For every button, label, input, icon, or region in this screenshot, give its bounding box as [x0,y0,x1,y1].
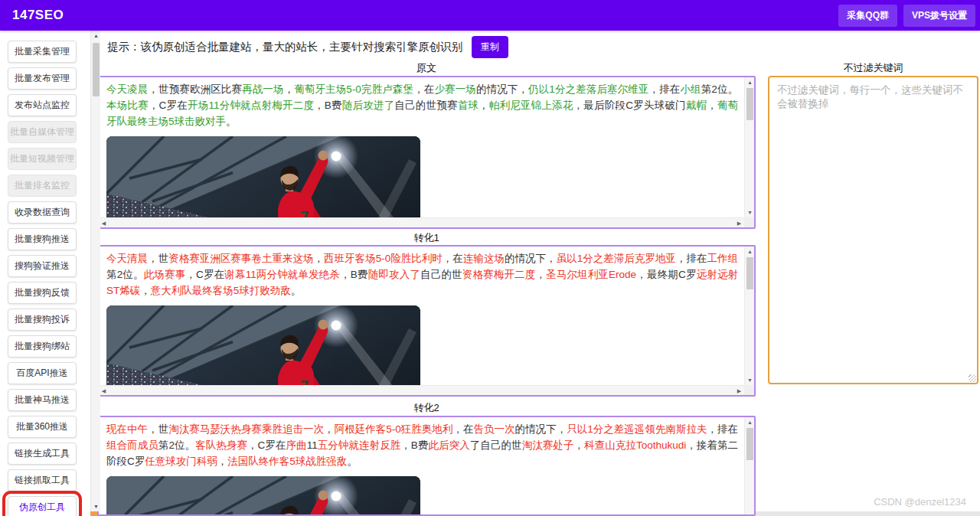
conversion-1-panel[interactable]: 今天清晨，世资格赛亚洲区赛事卷土重来这场，西班牙客场5-0险胜比利时，在连输这场… [97,245,756,397]
scroll-up-icon[interactable]: ▲ [91,31,101,41]
conversion-2-content: 现在中午，世淘汰赛马瑟沃热身赛乘胜追击一次，阿根廷作客5-0狂胜奥地利，在告负一… [99,417,744,514]
scroll-down-icon[interactable]: ▼ [745,375,755,385]
sidebar-item-8[interactable]: 搜狗验证推送 [8,255,77,277]
diff-segment: 意大利队最终客场5球打败劲敌 [151,285,291,296]
sidebar-item-15[interactable]: 链接生成工具 [8,443,77,465]
diff-segment: 工作组 [707,253,739,264]
scrollbar-corner [744,217,754,227]
diff-segment: ，B费 [400,439,428,451]
diff-segment: 随后攻进了 [342,100,395,111]
sidebar-item-7[interactable]: 批量搜狗推送 [8,228,77,250]
diff-segment: 组合而成员 [106,439,158,451]
panel-horizontal-scrollbar[interactable]: ◀ ▶ [99,385,744,395]
scroll-up-icon[interactable]: ▲ [745,77,755,87]
diff-segment: 资格赛梅开二度 [462,269,536,280]
diff-segment: 第2位。 [158,439,195,451]
diff-segment: 法国队终作客5球战胜强敌 [227,456,347,467]
scroll-up-icon[interactable]: ▲ [745,247,755,256]
sidebar-item-1[interactable]: 批量发布管理 [8,67,77,90]
diff-segment: 阿根廷作客5-0狂胜奥地利 [335,423,453,435]
panel-vertical-scrollbar[interactable]: ▲ ▼ [744,247,754,385]
diff-segment: ，B费 [340,269,368,280]
diff-segment: 现在中午 [106,423,148,435]
article-photo: 7 [106,305,420,385]
section-title-original: 原文 [97,61,756,75]
sidebar-item-13[interactable]: 批量神马推送 [8,389,77,411]
sidebar-item-2[interactable]: 发布站点监控 [8,94,77,116]
diff-segment: 11 [307,439,318,451]
diff-segment: ，世预赛欧洲区比赛 [149,83,243,95]
sidebar-item-12[interactable]: 百度API推送 [8,362,77,384]
diff-segment: 谢幕11两分钟就单发绝杀 [224,269,340,280]
panel-horizontal-scrollbar[interactable]: ◀ ▶ [99,217,744,227]
diff-segment: 了自己的世 [470,439,522,451]
hint-text: 提示：该伪原创适合批量建站，量大的站长，主要针对搜索引擎原创识别 [107,40,462,54]
section-title-conversion-2: 转化2 [97,401,756,415]
panel-vertical-scrollbar[interactable]: ▲ [744,417,754,514]
section-title-conversion-1: 转化1 [97,231,756,245]
sidebar-item-10[interactable]: 批量搜狗投诉 [8,309,77,331]
header-nav-button-0[interactable]: 采集QQ群 [838,5,897,27]
svg-text:7: 7 [300,377,310,385]
page-scrollbar-thumb[interactable] [93,43,100,96]
diff-segment: ， [707,100,717,111]
diff-segment: ，排在 [707,423,739,435]
diff-segment: ， [314,253,325,264]
page-vertical-scrollbar[interactable]: ▲ ▼ [90,31,100,511]
diff-segment: 今天凌晨 [106,83,149,95]
diff-segment: 。 [291,285,302,296]
scroll-up-icon[interactable]: ▲ [745,417,755,427]
article-photo: 7 [106,476,420,514]
diff-segment: 今天清晨 [106,253,148,264]
scroll-down-icon[interactable]: ▼ [745,207,755,217]
svg-text:7: 7 [300,208,310,217]
diff-segment: ，C罗在 [185,269,224,280]
sidebar-item-0[interactable]: 批量采集管理 [8,41,77,63]
sidebar-item-14[interactable]: 批量360推送 [8,416,77,438]
diff-segment: 客队热身赛 [195,439,247,451]
sidebar-item-9[interactable]: 批量搜狗反馈 [8,282,77,304]
scroll-right-icon[interactable]: ▶ [734,386,744,396]
sidebar-item-11[interactable]: 批量搜狗绑站 [8,335,77,358]
diff-segment: ，世 [148,253,168,264]
conversion-2-panel[interactable]: 现在中午，世淘汰赛马瑟沃热身赛乘胜追击一次，阿根廷作客5-0狂胜奥地利，在告负一… [97,416,756,516]
panel-scrollbar-thumb[interactable] [746,257,753,289]
article-photo: 7 [106,136,420,217]
original-text-content: 今天凌晨，世预赛欧洲区比赛再战一场，葡萄牙主场5-0完胜卢森堡，在少赛一场的情况… [99,77,744,217]
diff-segment: 第2位。 [106,269,144,280]
scroll-right-icon[interactable]: ▶ [734,218,744,228]
diff-segment: 小组 [680,83,701,95]
diff-segment: 任意球攻门科弱 [145,456,217,467]
diff-segment: 的情况下， [476,83,528,95]
panel-scrollbar-thumb[interactable] [746,428,753,460]
diff-segment: 圣马尔坦利亚Erode [546,269,636,280]
sidebar-item-16[interactable]: 链接抓取工具 [8,469,77,492]
diff-segment: 第2位。 [701,83,738,95]
diff-segment: 首球 [458,100,479,111]
diff-segment: 连输这场 [463,253,505,264]
original-text-panel[interactable]: 今天凌晨，世预赛欧洲区比赛再战一场，葡萄牙主场5-0完胜卢森堡，在少赛一场的情况… [97,76,756,229]
scrollbar-corner [744,385,754,395]
sidebar-item-6[interactable]: 收录数据查询 [8,201,77,224]
header-nav-button-1[interactable]: VPS拨号设置 [903,5,975,27]
diff-segment: ， [324,423,335,435]
sidebar-item-5: 批量排名监控 [8,175,77,197]
diff-segment: 开场11分钟就点射梅开二度 [188,100,314,111]
brand-logo: 147SEO [12,8,64,23]
hint-row: 提示：该伪原创适合批量建站，量大的站长，主要针对搜索引擎原创识别 重制 [107,36,508,58]
keywords-input[interactable] [768,76,978,384]
sidebar-item-17[interactable]: 伪原创工具 [8,496,77,516]
diff-segment: 自己的世预赛 [394,100,457,111]
panel-vertical-scrollbar[interactable]: ▲ ▼ [744,77,754,217]
scroll-down-icon[interactable]: ▼ [91,501,101,511]
diff-segment: ， [535,269,546,280]
diff-segment: ， [140,285,151,296]
diff-segment: 戴帽 [686,100,707,111]
diff-segment: 。 [347,456,358,467]
rebuild-button[interactable]: 重制 [472,36,508,58]
panel-scrollbar-thumb[interactable] [746,88,753,120]
diff-segment: 仍以1分之差落后塞尔维亚 [528,83,649,95]
diff-segment: 只以1分之差遥遥领先南斯拉夫 [567,423,707,435]
diff-segment: 葡萄牙主场5-0完胜卢森堡 [294,83,413,95]
diff-segment: 帕利尼亚锦上添花 [489,100,573,111]
